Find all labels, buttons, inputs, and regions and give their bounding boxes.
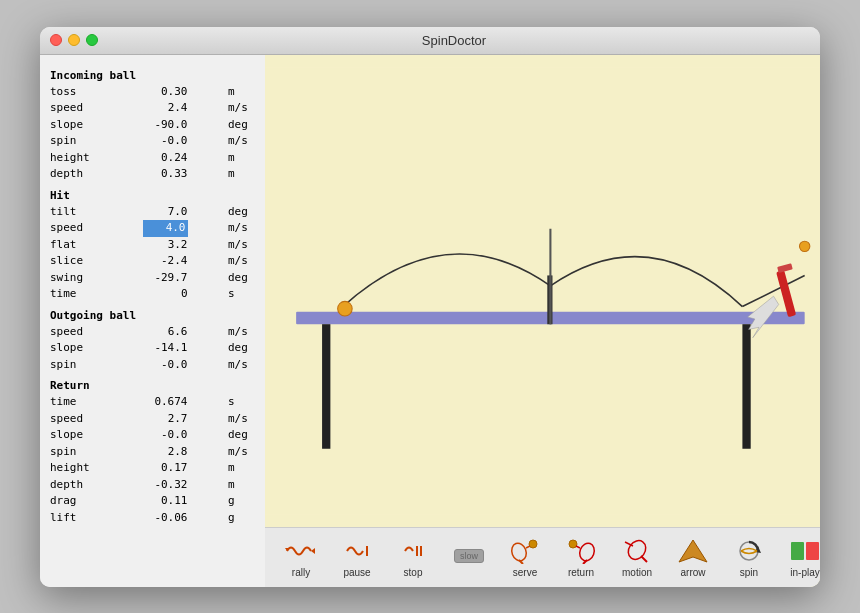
data-row-speed-out: speed 6.6 m/s <box>50 324 255 341</box>
stop-icon <box>397 537 429 565</box>
svg-marker-12 <box>311 548 315 554</box>
inplay-label: in-play <box>790 567 819 578</box>
svg-rect-4 <box>742 324 750 449</box>
svg-point-25 <box>625 538 650 563</box>
data-row-speed-ret: speed 2.7 m/s <box>50 411 255 428</box>
sidebar: Incoming ball toss 0.30 m speed 2.4 m/s … <box>40 55 265 587</box>
maximize-button[interactable] <box>86 34 98 46</box>
svg-point-6 <box>338 301 353 316</box>
main-content: Incoming ball toss 0.30 m speed 2.4 m/s … <box>40 55 820 587</box>
toolbar: rally pause <box>265 527 820 587</box>
data-row-height-ret: height 0.17 m <box>50 460 255 477</box>
rally-icon <box>285 537 317 565</box>
simulation-svg <box>265 55 820 527</box>
motion-label: motion <box>622 567 652 578</box>
serve-icon <box>509 537 541 565</box>
spin-label: spin <box>740 567 758 578</box>
stop-button[interactable]: stop <box>387 532 439 582</box>
title-bar: SpinDoctor <box>40 27 820 55</box>
data-row-time-hit: time 0 s <box>50 286 255 303</box>
data-row-spin-ret: spin 2.8 m/s <box>50 444 255 461</box>
spin-button[interactable]: spin <box>723 532 775 582</box>
outgoing-ball-header: Outgoing ball <box>50 309 255 322</box>
slow-button[interactable]: slow <box>443 532 495 582</box>
serve-button[interactable]: serve <box>499 532 551 582</box>
window-title: SpinDoctor <box>98 33 810 48</box>
svg-point-19 <box>529 540 537 548</box>
data-row-speed-hit: speed 4.0 m/s <box>50 220 255 237</box>
svg-rect-0 <box>265 67 820 513</box>
data-row-toss: toss 0.30 m <box>50 84 255 101</box>
data-row-slope-in: slope -90.0 deg <box>50 117 255 134</box>
data-row-slope-out: slope -14.1 deg <box>50 340 255 357</box>
svg-rect-32 <box>806 542 819 560</box>
data-row-slice: slice -2.4 m/s <box>50 253 255 270</box>
spin-icon <box>733 537 765 565</box>
pause-button[interactable]: pause <box>331 532 383 582</box>
rally-label: rally <box>292 567 310 578</box>
data-row-depth-ret: depth -0.32 m <box>50 477 255 494</box>
data-row-flat: flat 3.2 m/s <box>50 237 255 254</box>
motion-icon <box>621 537 653 565</box>
inplay-button[interactable]: in-play <box>779 532 820 582</box>
svg-rect-2 <box>322 324 330 449</box>
return-icon <box>565 537 597 565</box>
return-button[interactable]: return <box>555 532 607 582</box>
pause-label: pause <box>343 567 370 578</box>
return-header: Return <box>50 379 255 392</box>
data-row-swing: swing -29.7 deg <box>50 270 255 287</box>
simulation-canvas[interactable] <box>265 55 820 527</box>
arrow-label: arrow <box>680 567 705 578</box>
svg-point-23 <box>569 540 577 548</box>
close-button[interactable] <box>50 34 62 46</box>
serve-label: serve <box>513 567 537 578</box>
data-row-depth-in: depth 0.33 m <box>50 166 255 183</box>
traffic-lights <box>50 34 98 46</box>
stop-label: stop <box>404 567 423 578</box>
pause-icon <box>341 537 373 565</box>
arrow-icon <box>677 537 709 565</box>
data-row-time-ret: time 0.674 s <box>50 394 255 411</box>
svg-line-26 <box>641 556 647 562</box>
data-row-spin-out: spin -0.0 m/s <box>50 357 255 374</box>
inplay-icon <box>789 537 820 565</box>
svg-line-24 <box>576 546 580 548</box>
main-area: rally pause <box>265 55 820 587</box>
hit-header: Hit <box>50 189 255 202</box>
svg-point-21 <box>577 541 596 563</box>
data-row-height-in: height 0.24 m <box>50 150 255 167</box>
arrow-button[interactable]: arrow <box>667 532 719 582</box>
data-row-speed-in: speed 2.4 m/s <box>50 100 255 117</box>
svg-line-20 <box>526 546 530 548</box>
incoming-ball-header: Incoming ball <box>50 69 255 82</box>
app-window: SpinDoctor Incoming ball toss 0.30 m spe… <box>40 27 820 587</box>
return-label: return <box>568 567 594 578</box>
svg-marker-28 <box>679 540 707 562</box>
data-row-drag: drag 0.11 g <box>50 493 255 510</box>
motion-button[interactable]: motion <box>611 532 663 582</box>
data-row-tilt: tilt 7.0 deg <box>50 204 255 221</box>
svg-point-10 <box>799 241 809 251</box>
slow-badge: slow <box>454 549 484 563</box>
minimize-button[interactable] <box>68 34 80 46</box>
data-row-spin-in: spin -0.0 m/s <box>50 133 255 150</box>
svg-point-17 <box>509 541 528 563</box>
data-row-slope-ret: slope -0.0 deg <box>50 427 255 444</box>
svg-rect-31 <box>791 542 804 560</box>
data-row-lift: lift -0.06 g <box>50 510 255 527</box>
rally-button[interactable]: rally <box>275 532 327 582</box>
